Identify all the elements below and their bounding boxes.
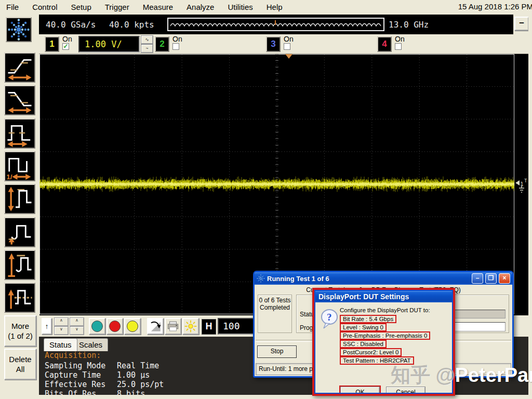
- channel-1-button[interactable]: 1: [45, 36, 59, 52]
- watermark-name: PeterPan: [455, 364, 532, 386]
- measure-v-min-button[interactable]: [4, 217, 35, 247]
- setting-pre-emphasis: Pre-Emphasis : Pre-emphasis 0: [340, 331, 430, 340]
- memory-bar-waveform: [168, 19, 382, 30]
- frequency-icon: 1/: [5, 152, 34, 180]
- channel-3-button[interactable]: 3: [266, 36, 281, 52]
- acquisition-row: Effective Res 25.0 ps/pt: [45, 380, 164, 389]
- sidebar: 1/: [0, 14, 39, 399]
- marker-trigger-flag: T: [524, 178, 527, 183]
- dut-intro-text: Configure the DisplayPort DUT to:: [340, 307, 430, 313]
- single-button[interactable]: [124, 318, 141, 335]
- dialog-close-button[interactable]: ×: [499, 273, 510, 284]
- minimize-app-button[interactable]: –: [514, 17, 529, 31]
- pulse-width-icon: [5, 119, 34, 148]
- v-max-icon: [5, 251, 34, 279]
- menu-analyze[interactable]: Analyze: [187, 3, 214, 11]
- clock-datetime: 15 Aug 2018 1:26 PM: [458, 2, 532, 11]
- more-label-line1: More: [5, 321, 35, 331]
- running-test-titlebar[interactable]: Running Test 1 of 6 – ❐ ×: [255, 272, 512, 285]
- setting-ssc: SSC : Disabled: [340, 340, 387, 348]
- spin-up-button2[interactable]: ∧: [70, 318, 84, 326]
- channel-2-group: 2 On: [155, 34, 202, 54]
- channel-4-button[interactable]: 4: [377, 36, 392, 52]
- printer-icon: [166, 320, 180, 333]
- run-button[interactable]: [89, 318, 105, 335]
- channel-1-coupling-dc-button[interactable]: ~: [141, 45, 153, 52]
- tests-completed-box: 0 of 6 Tests Completed: [258, 295, 292, 333]
- menu-measure[interactable]: Measure: [143, 3, 173, 11]
- delete-all-button[interactable]: Delete All: [4, 349, 36, 380]
- sample-rate: 40.0 GSa/s: [46, 20, 96, 30]
- setting-postcursor2: PostCursor2: Level 0: [340, 348, 402, 356]
- menu-utilities[interactable]: Utilities: [228, 3, 252, 11]
- clear-display-button[interactable]: [182, 318, 199, 335]
- autoscale-button[interactable]: [147, 318, 164, 335]
- trigger-level-button[interactable]: ↑: [42, 318, 52, 335]
- brightness-sun-icon: [184, 320, 197, 333]
- measure-v-max-button[interactable]: [4, 250, 35, 280]
- acquisition-row: Sampling Mode Real Time: [45, 361, 164, 370]
- acq-label-sampling-mode: Sampling Mode: [45, 361, 112, 370]
- spin-down-button[interactable]: ∨: [55, 327, 68, 335]
- channel-2-on-checkbox[interactable]: [172, 43, 179, 50]
- dialog-minimize-button[interactable]: –: [472, 273, 483, 284]
- bandwidth: 13.0 GHz: [389, 20, 429, 30]
- menu-help[interactable]: Help: [267, 3, 283, 11]
- channel-1-ground-marker[interactable]: 1 T: [515, 178, 528, 200]
- tests-completed-line2: Completed: [258, 304, 291, 311]
- measure-pulse-width-button[interactable]: [4, 118, 35, 149]
- menu-bar: File Control Setup Trigger Measure Analy…: [0, 0, 532, 14]
- tests-completed-line1: 0 of 6 Tests: [258, 297, 291, 304]
- channel-4-group: 4 On: [377, 34, 424, 54]
- help-question-icon: ?: [320, 309, 339, 331]
- channel-4-on-checkbox[interactable]: [395, 43, 402, 50]
- menu-trigger[interactable]: Trigger: [105, 3, 129, 11]
- v-min-icon: [5, 218, 34, 246]
- channel-3-on-checkbox[interactable]: [284, 43, 290, 50]
- peak-to-peak-icon: [5, 185, 34, 213]
- setting-level: Level : Swing 0: [340, 323, 387, 331]
- measure-v-average-button[interactable]: [4, 283, 35, 313]
- app-logo-button[interactable]: [6, 17, 32, 42]
- dut-settings-titlebar[interactable]: DisplayPort: DUT Settings: [315, 291, 452, 302]
- channel-1-scale-field[interactable]: 1.00 V/: [78, 36, 140, 52]
- channel-1-coupling-ac-button[interactable]: ∿: [141, 36, 153, 44]
- memory-bar-display: [167, 18, 384, 31]
- channel-3-on-label: On: [284, 35, 294, 43]
- tab-scales[interactable]: Scales: [73, 338, 108, 351]
- menu-setup[interactable]: Setup: [71, 3, 91, 11]
- measure-peak-to-peak-button[interactable]: [4, 184, 35, 214]
- channel-2-button[interactable]: 2: [155, 36, 169, 52]
- setting-bit-rate: Bit Rate : 5.4 Gbps: [340, 315, 396, 323]
- stop-test-button[interactable]: Stop: [257, 345, 297, 358]
- v-average-icon: [5, 284, 34, 312]
- tab-status[interactable]: Status: [44, 338, 77, 351]
- channel-controls-row: 1 On ✓ 1.00 V/ ∿ ~ 2 On 3 On 4 On: [39, 34, 529, 54]
- spin-up-button[interactable]: ∧: [55, 318, 68, 326]
- fall-time-icon: [5, 86, 34, 114]
- spin-down-button2[interactable]: ∨: [70, 327, 84, 335]
- rise-time-icon: [5, 54, 34, 82]
- dut-settings-title: DisplayPort: DUT Settings: [318, 292, 449, 301]
- channel-1-on-checkbox[interactable]: ✓: [62, 43, 69, 50]
- autoscale-icon: [149, 320, 162, 333]
- more-measurements-button[interactable]: More (1 of 2): [4, 315, 36, 347]
- print-button[interactable]: [165, 318, 181, 335]
- measure-rise-time-button[interactable]: [4, 52, 35, 83]
- menu-control[interactable]: Control: [32, 3, 57, 11]
- measure-frequency-button[interactable]: 1/: [4, 151, 35, 181]
- horizontal-settings-icon[interactable]: H: [202, 319, 216, 335]
- dialog-maximize-button[interactable]: ❐: [485, 273, 497, 284]
- acq-value-sampling-mode: Real Time: [117, 361, 159, 370]
- stop-acquisition-button[interactable]: [107, 318, 123, 335]
- menu-file[interactable]: File: [6, 3, 19, 11]
- trigger-time-marker[interactable]: [285, 54, 292, 59]
- svg-text:1/: 1/: [6, 173, 12, 180]
- ok-button[interactable]: OK: [341, 387, 379, 394]
- acquisition-status-bar: 40.0 GSa/s 40.0 kpts 13.0 GHz: [39, 15, 513, 34]
- acq-label-effective-res: Effective Res: [45, 380, 112, 389]
- channel-2-on-label: On: [172, 35, 182, 43]
- right-border-strip: [528, 14, 532, 399]
- measure-fall-time-button[interactable]: [4, 85, 35, 115]
- watermark: 知乎 @PeterPan: [391, 362, 532, 389]
